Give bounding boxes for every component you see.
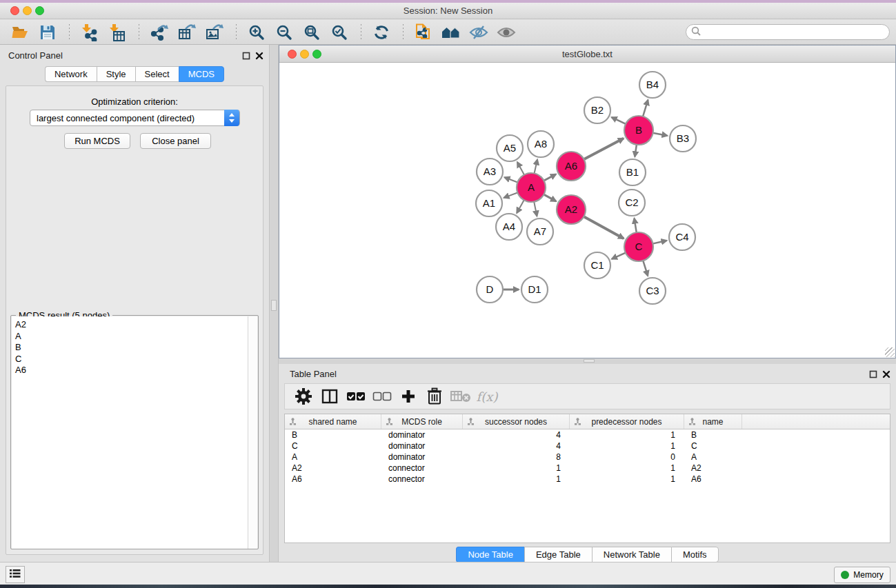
node-D1[interactable]: D1 bbox=[521, 276, 548, 303]
table-row[interactable]: Bdominator41B bbox=[285, 429, 890, 440]
edge-C-C1[interactable] bbox=[612, 252, 627, 259]
tab-node-table[interactable]: Node Table bbox=[456, 547, 524, 562]
tab-network-table[interactable]: Network Table bbox=[592, 547, 671, 562]
table-cell[interactable]: 1 bbox=[463, 463, 570, 473]
node-C2[interactable]: C2 bbox=[619, 190, 645, 216]
criterion-dropdown[interactable]: largest connected component (directed) bbox=[30, 110, 240, 126]
table-cell[interactable]: 1 bbox=[570, 474, 684, 484]
table-row[interactable]: Adominator80A bbox=[285, 452, 890, 463]
edge-C-C3[interactable] bbox=[643, 259, 648, 276]
node-A8[interactable]: A8 bbox=[528, 131, 554, 157]
mcds-result-scrollbar[interactable] bbox=[248, 316, 257, 549]
node-A[interactable]: A bbox=[517, 173, 546, 202]
horizontal-splitter-handle[interactable] bbox=[584, 359, 595, 363]
tab-style[interactable]: Style bbox=[97, 66, 135, 82]
show-all-icon[interactable] bbox=[495, 22, 518, 43]
tab-select[interactable]: Select bbox=[135, 66, 179, 82]
table-cell[interactable]: dominator bbox=[381, 430, 463, 440]
edge-A-A2[interactable] bbox=[543, 194, 556, 201]
hide-selected-icon[interactable] bbox=[467, 22, 490, 43]
node-D[interactable]: D bbox=[477, 276, 503, 303]
table-cell[interactable]: A2 bbox=[684, 463, 742, 473]
edge-A-A4[interactable] bbox=[517, 199, 524, 213]
save-icon[interactable] bbox=[36, 22, 59, 43]
table-cell[interactable]: 4 bbox=[463, 441, 570, 451]
column-header-successor-nodes[interactable]: successor nodes bbox=[463, 414, 570, 429]
edge-C-C4[interactable] bbox=[652, 241, 667, 244]
open-folder-icon[interactable] bbox=[8, 22, 32, 43]
deselect-all-icon[interactable] bbox=[370, 386, 394, 407]
zoom-in-icon[interactable] bbox=[245, 22, 268, 43]
export-network-icon[interactable] bbox=[148, 22, 171, 43]
table-cell[interactable]: B bbox=[285, 430, 381, 440]
column-header-predecessor-nodes[interactable]: predecessor nodes bbox=[570, 414, 684, 429]
node-A2[interactable]: A2 bbox=[557, 195, 586, 224]
search-box[interactable] bbox=[686, 24, 890, 40]
float-panel-icon[interactable] bbox=[869, 369, 877, 381]
window-resize-grip[interactable] bbox=[885, 347, 895, 357]
vertical-splitter[interactable] bbox=[269, 45, 279, 565]
edge-A-A1[interactable] bbox=[504, 192, 519, 198]
float-panel-icon[interactable] bbox=[242, 50, 250, 63]
edge-A-A3[interactable] bbox=[504, 177, 519, 183]
search-input[interactable] bbox=[701, 28, 889, 37]
first-neighbors-icon[interactable] bbox=[439, 22, 463, 43]
node-A5[interactable]: A5 bbox=[497, 135, 523, 161]
mcds-result-item[interactable]: A6 bbox=[15, 365, 249, 376]
memory-button[interactable]: Memory bbox=[834, 567, 890, 583]
horizontal-splitter[interactable] bbox=[279, 358, 896, 364]
table-cell[interactable]: A6 bbox=[684, 474, 742, 484]
edge-A-A8[interactable] bbox=[534, 159, 537, 174]
node-A6[interactable]: A6 bbox=[557, 152, 586, 181]
node-C[interactable]: C bbox=[624, 232, 653, 261]
mcds-result-item[interactable]: C bbox=[15, 354, 249, 365]
node-B1[interactable]: B1 bbox=[619, 159, 646, 185]
network-file-icon[interactable] bbox=[412, 22, 435, 43]
node-B2[interactable]: B2 bbox=[584, 97, 610, 123]
table-cell[interactable]: B bbox=[684, 430, 742, 440]
mcds-result-list[interactable]: A2ABCA6 bbox=[12, 316, 249, 549]
mcds-result-item[interactable]: B bbox=[15, 342, 249, 354]
node-B[interactable]: B bbox=[624, 116, 653, 145]
edge-B-B2[interactable] bbox=[612, 117, 627, 125]
table-cell[interactable]: C bbox=[285, 441, 381, 451]
zoom-fit-icon[interactable] bbox=[300, 22, 323, 43]
edge-C-C2[interactable] bbox=[635, 219, 637, 234]
table-cell[interactable]: A bbox=[684, 452, 742, 462]
close-panel-icon[interactable] bbox=[882, 369, 890, 381]
edge-B-B4[interactable] bbox=[643, 100, 648, 118]
table-cell[interactable]: A6 bbox=[285, 474, 381, 484]
split-columns-icon[interactable] bbox=[318, 386, 341, 407]
close-panel-button[interactable]: Close panel bbox=[140, 133, 211, 149]
column-header-name[interactable]: name bbox=[684, 414, 742, 429]
node-A3[interactable]: A3 bbox=[477, 159, 503, 185]
table-cell[interactable]: C bbox=[684, 441, 742, 451]
export-table-icon[interactable] bbox=[175, 22, 199, 43]
edge-A2-C[interactable] bbox=[583, 216, 624, 239]
run-mcds-button[interactable]: Run MCDS bbox=[64, 133, 130, 149]
network-canvas[interactable]: B4B2BB3A5A8A6A3AB1A1A2C2A4A7CC4C1C3DD1 bbox=[279, 63, 895, 358]
table-row[interactable]: Cdominator41C bbox=[285, 440, 890, 452]
show-panels-button[interactable] bbox=[6, 566, 25, 583]
table-row[interactable]: A6connector11A6 bbox=[285, 474, 890, 485]
column-header-MCDS-role[interactable]: MCDS role bbox=[381, 414, 463, 429]
zoom-out-icon[interactable] bbox=[272, 22, 296, 43]
edge-A-A7[interactable] bbox=[534, 201, 537, 216]
refresh-icon[interactable] bbox=[370, 22, 393, 43]
table-cell[interactable]: 0 bbox=[570, 452, 684, 462]
table-cell[interactable]: 1 bbox=[570, 463, 684, 473]
close-panel-icon[interactable] bbox=[255, 50, 263, 63]
table-cell[interactable]: connector bbox=[381, 463, 463, 473]
add-icon[interactable] bbox=[397, 386, 420, 407]
node-A7[interactable]: A7 bbox=[527, 219, 553, 245]
tab-edge-table[interactable]: Edge Table bbox=[524, 547, 592, 562]
mcds-result-item[interactable]: A2 bbox=[15, 319, 249, 331]
import-table-icon[interactable] bbox=[106, 22, 129, 43]
table-cell[interactable]: dominator bbox=[381, 452, 463, 462]
export-image-icon[interactable] bbox=[203, 22, 226, 43]
node-C4[interactable]: C4 bbox=[669, 224, 695, 250]
table-cell[interactable]: 1 bbox=[570, 430, 684, 440]
table-cell[interactable]: connector bbox=[381, 474, 463, 484]
gear-icon[interactable] bbox=[292, 386, 315, 407]
edge-B-B3[interactable] bbox=[652, 133, 668, 136]
